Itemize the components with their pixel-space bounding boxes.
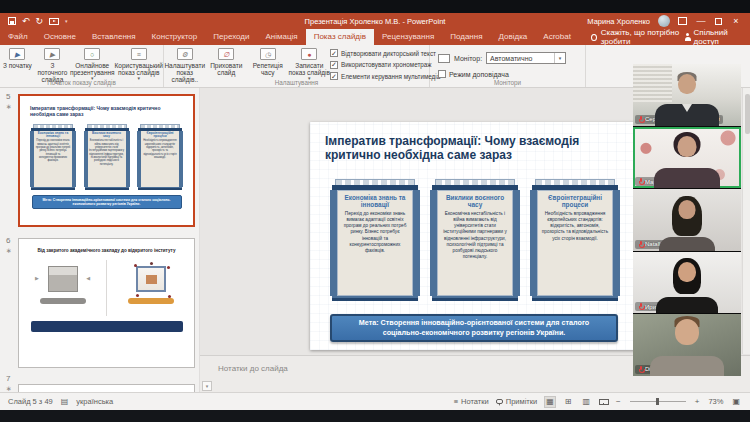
status-bar: Слайд 5 з 49 ▤ українська ≡ Нотатки Прим…: [0, 392, 750, 410]
tab-home[interactable]: Основне: [36, 29, 84, 45]
use-timings-checkbox[interactable]: ✓ Використовувати хронометраж: [330, 61, 429, 69]
restore-button[interactable]: [715, 18, 722, 25]
custom-slideshow-button[interactable]: ≡ Користувацький показ слайдів ▾: [115, 45, 163, 78]
zoom-out-button[interactable]: −: [614, 396, 623, 408]
from-beginning-button[interactable]: ▶ З початку: [0, 45, 35, 78]
qat-customize-caret-icon[interactable]: ▾: [65, 18, 68, 24]
ribbon-display-options-icon[interactable]: [678, 17, 687, 25]
participant-torso: [656, 297, 718, 313]
muted-mic-icon: [638, 178, 643, 185]
close-button[interactable]: ×: [730, 17, 742, 26]
tab-design[interactable]: Конструктор: [144, 29, 206, 45]
share-label: Спільний доступ: [694, 28, 740, 46]
pillar-knowledge-economy[interactable]: Економіка знань та інновації Перехід до …: [330, 179, 420, 301]
monitor-select-value: Автоматично: [490, 55, 532, 62]
present-online-button[interactable]: ○ Онлайнове презентування ▾: [70, 45, 115, 78]
scrollbar-thumb[interactable]: [745, 94, 750, 134]
tab-file[interactable]: Файл: [0, 29, 36, 45]
video-tile-participant-4[interactable]: Ирина Шумилова: [633, 252, 741, 314]
notes-toggle-button[interactable]: ≡ Нотатки: [454, 397, 489, 406]
tab-transitions[interactable]: Переходи: [205, 29, 257, 45]
group-label-setup: Налаштування: [164, 79, 429, 86]
pane-splitter-button[interactable]: ▾: [202, 381, 212, 391]
screen: ↶ ↻ ▾ Презентація Хроленко М.В. - PowerP…: [0, 0, 750, 422]
reading-view-button[interactable]: ▥: [581, 396, 593, 408]
video-tile-participant-1[interactable]: Сергій Олегович Кубіцький: [633, 64, 741, 126]
slide-5-thumbnail[interactable]: Імператив трансформації: Чому взаємодія …: [18, 94, 195, 227]
start-presentation-icon[interactable]: [49, 18, 59, 25]
tab-insert[interactable]: Вставлення: [84, 29, 144, 45]
slide-canvas[interactable]: Імператив трансформації: Чому взаємодія …: [310, 122, 636, 350]
tab-help[interactable]: Довідка: [491, 29, 536, 45]
undo-icon[interactable]: ↶: [22, 17, 30, 26]
normal-view-button[interactable]: ▦: [544, 396, 556, 408]
play-narrations-checkbox[interactable]: ✓ Відтворювати дикторський текст: [330, 49, 429, 57]
comment-bubble-icon: [496, 399, 503, 404]
closed-cube-graphic: [48, 266, 78, 292]
record-icon: ●: [301, 48, 317, 60]
zoom-level[interactable]: 73%: [708, 397, 723, 406]
vertical-scrollbar[interactable]: [742, 88, 750, 354]
language-indicator[interactable]: українська: [76, 397, 113, 406]
thumb6-closed-cube-panel: ▶ ◀: [19, 260, 106, 316]
participant-head: [678, 136, 697, 157]
titlebar: ↶ ↻ ▾ Презентація Хроленко М.В. - PowerP…: [0, 13, 750, 29]
participant-torso: [655, 104, 719, 126]
thumb6-banner: [31, 321, 183, 332]
save-icon[interactable]: [8, 17, 16, 25]
monitor-select[interactable]: Автоматично ▾: [486, 52, 566, 64]
thumb5-pillar: Економіка знань та інноваціїПерехід до е…: [30, 124, 76, 190]
video-tile-participant-2-active[interactable]: Марина Хроленко: [633, 127, 741, 189]
tell-me-box[interactable]: Скажіть, що потрібно зробити: [591, 29, 684, 45]
video-tile-participant-3[interactable]: Natallia Hrechanik: [633, 189, 741, 251]
play-narrations-label: Відтворювати дикторський текст: [341, 50, 436, 57]
zoom-slider[interactable]: [630, 401, 686, 402]
zoom-in-button[interactable]: +: [693, 396, 702, 408]
setup-slideshow-button[interactable]: ⚙ Налаштувати показ слайдів..: [164, 45, 206, 78]
user-name[interactable]: Марина Хроленко: [587, 17, 650, 26]
tab-review[interactable]: Рецензування: [374, 29, 442, 45]
from-beginning-label: З початку: [3, 62, 32, 69]
notes-icon: ≡: [454, 397, 458, 406]
video-tile-participant-5[interactable]: Dima Stepanenko: [633, 314, 741, 376]
comments-toggle-button[interactable]: Примітки: [496, 397, 537, 406]
rehearse-timings-button[interactable]: ◷ Репетиція часу: [247, 45, 289, 78]
presenter-view-checkbox[interactable]: Режим доповідача: [430, 64, 585, 78]
redo-icon[interactable]: ↻: [36, 17, 44, 26]
minimize-button[interactable]: —: [695, 17, 707, 26]
tab-view[interactable]: Подання: [442, 29, 490, 45]
hide-slide-button[interactable]: ∅ Приховати слайд: [206, 45, 248, 78]
zoom-slider-thumb[interactable]: [656, 398, 659, 405]
pillar-base: [432, 296, 518, 301]
participant-torso: [659, 237, 715, 251]
monitor-list-icon: ≡: [131, 48, 147, 60]
user-avatar[interactable]: [658, 15, 670, 27]
video-call-panel: Сергій Олегович Кубіцький Марина Хроленк…: [633, 64, 741, 376]
statusbar-right: ≡ Нотатки Примітки ▦ ⊞ ▥ − + 73% ▣: [454, 396, 742, 408]
thumb5-banner: Мета: Створення інноваційно-орієнтованої…: [32, 195, 182, 209]
slide-sorter-view-button[interactable]: ⊞: [563, 396, 574, 408]
proofing-book-icon[interactable]: ▤: [59, 396, 71, 408]
checkbox-checked-icon: ✓: [330, 61, 338, 69]
participant-head: [679, 200, 696, 219]
slideshow-view-button[interactable]: [599, 399, 607, 405]
slide-title[interactable]: Імператив трансформації: Чому взаємодія …: [325, 135, 585, 163]
monitor-icon: [438, 54, 450, 63]
slide-6-thumbnail[interactable]: Від закритого академічного закладу до ві…: [18, 238, 195, 368]
slide-7-thumbnail[interactable]: [18, 384, 195, 392]
goal-banner[interactable]: Мета: Створення інноваційно-орієнтованої…: [330, 314, 618, 342]
pillar-diagram: Економіка знань та інновації Перехід до …: [330, 179, 620, 301]
group-label-monitors: Монітори: [430, 79, 585, 86]
fit-to-window-button[interactable]: ▣: [730, 396, 742, 408]
tab-acrobat[interactable]: Acrobat: [535, 29, 579, 45]
pillar-eurointegration[interactable]: Євроінтеграційні процеси Необхідність вп…: [530, 179, 620, 301]
share-button[interactable]: Спільний доступ: [684, 29, 740, 45]
pillar-wartime-challenges[interactable]: Виклики воєнного часу Економічна нестабі…: [430, 179, 520, 301]
record-slideshow-button[interactable]: ● Записати показ слайдів ▾: [289, 45, 331, 78]
tab-slideshow[interactable]: Показ слайдів: [306, 29, 374, 45]
slide-hidden-icon: ∅: [218, 48, 234, 60]
thumb6-left-chip: [40, 298, 86, 304]
tab-animations[interactable]: Анімація: [257, 29, 305, 45]
from-current-slide-button[interactable]: ▶ З поточного слайда: [35, 45, 70, 78]
person-icon: [684, 33, 689, 42]
